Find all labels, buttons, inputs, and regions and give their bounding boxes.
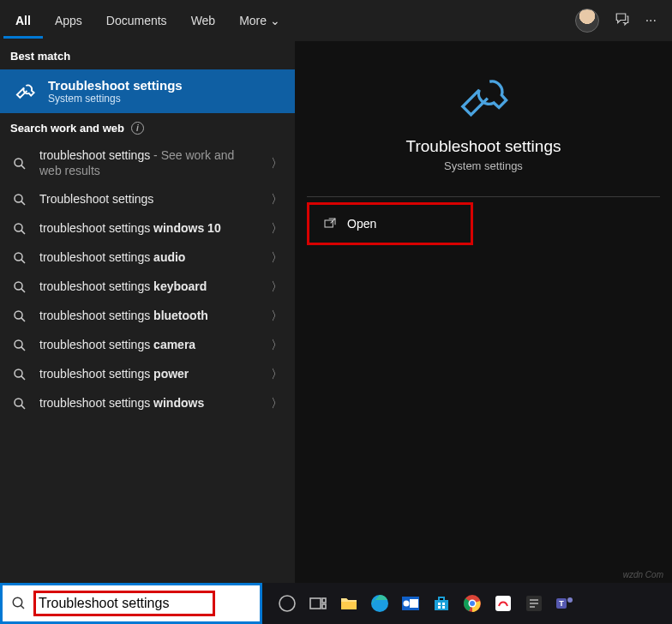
svg-text:T: T <box>559 599 564 608</box>
more-icon[interactable]: ··· <box>645 13 657 28</box>
wrench-icon <box>459 75 508 125</box>
chevron-right-icon: 〉 <box>271 156 283 171</box>
svg-point-6 <box>15 253 22 261</box>
search-input[interactable] <box>39 596 210 611</box>
svg-line-13 <box>21 347 25 351</box>
search-icon <box>12 396 27 411</box>
cortana-icon[interactable] <box>274 591 300 616</box>
chevron-right-icon: 〉 <box>271 221 283 237</box>
search-result[interactable]: troubleshoot settings - See work and web… <box>0 141 295 185</box>
svg-point-36 <box>567 597 573 603</box>
search-result[interactable]: troubleshoot settings windows 10〉 <box>0 214 295 243</box>
svg-point-21 <box>279 596 295 611</box>
svg-line-5 <box>21 231 25 234</box>
svg-point-19 <box>13 597 22 607</box>
svg-line-11 <box>21 318 25 321</box>
search-icon <box>12 338 27 353</box>
chevron-right-icon: 〉 <box>271 338 283 353</box>
chevron-right-icon: 〉 <box>271 309 283 324</box>
watermark: wzdn Com <box>623 570 663 579</box>
search-result[interactable]: troubleshoot settings keyboard〉 <box>0 273 295 302</box>
svg-point-14 <box>15 369 22 377</box>
search-icon <box>12 367 27 382</box>
search-result[interactable]: troubleshoot settings camera〉 <box>0 331 295 360</box>
svg-rect-18 <box>325 220 333 227</box>
svg-point-31 <box>470 601 475 606</box>
svg-line-20 <box>21 605 24 609</box>
edge-icon[interactable] <box>367 591 393 616</box>
info-icon[interactable]: i <box>131 122 144 135</box>
search-icon <box>12 309 27 324</box>
taskbar: T <box>262 583 672 624</box>
search-result[interactable]: troubleshoot settings bluetooth〉 <box>0 302 295 331</box>
app-icon[interactable] <box>490 591 516 616</box>
best-match-header: Best match <box>0 41 295 69</box>
task-view-icon[interactable] <box>305 591 331 616</box>
search-result[interactable]: troubleshoot settings audio〉 <box>0 243 295 273</box>
tab-apps[interactable]: Apps <box>43 3 94 39</box>
svg-line-3 <box>21 201 25 205</box>
search-category-tabs: All Apps Documents Web More ⌄ ··· <box>0 0 672 41</box>
app2-icon[interactable] <box>521 591 547 616</box>
svg-point-10 <box>15 311 22 319</box>
svg-point-28 <box>404 601 410 607</box>
svg-point-8 <box>15 282 22 290</box>
search-icon <box>12 156 27 171</box>
svg-line-9 <box>21 289 25 292</box>
detail-sub: System settings <box>444 159 523 172</box>
svg-rect-27 <box>410 599 418 608</box>
chevron-right-icon: 〉 <box>271 396 283 411</box>
svg-point-16 <box>15 399 22 406</box>
best-match-item[interactable]: Troubleshoot settings System settings <box>0 69 295 113</box>
open-action[interactable]: Open <box>307 202 473 245</box>
tab-more[interactable]: More ⌄ <box>227 3 292 39</box>
chevron-right-icon: 〉 <box>271 192 283 207</box>
search-icon <box>12 192 27 207</box>
best-match-sub: System settings <box>48 93 183 105</box>
work-web-header: Search work and web i <box>0 113 295 141</box>
search-icon <box>12 279 27 295</box>
svg-point-4 <box>15 224 22 231</box>
chevron-right-icon: 〉 <box>271 367 283 382</box>
chevron-right-icon: 〉 <box>271 250 283 266</box>
tab-all[interactable]: All <box>3 3 43 39</box>
search-icon <box>12 250 27 266</box>
chrome-icon[interactable] <box>459 591 485 616</box>
search-bar[interactable] <box>0 583 262 624</box>
svg-line-7 <box>21 260 25 263</box>
svg-point-2 <box>15 195 22 202</box>
svg-point-0 <box>15 159 22 166</box>
search-icon <box>12 221 27 237</box>
teams-icon[interactable]: T <box>552 591 578 616</box>
svg-line-15 <box>21 376 25 380</box>
chevron-right-icon: 〉 <box>271 279 283 295</box>
detail-title: Troubleshoot settings <box>406 137 561 156</box>
best-match-title: Troubleshoot settings <box>48 78 183 93</box>
svg-line-1 <box>21 165 25 168</box>
search-result[interactable]: troubleshoot settings power〉 <box>0 360 295 389</box>
svg-point-12 <box>15 340 22 348</box>
feedback-icon[interactable] <box>615 11 630 30</box>
avatar[interactable] <box>575 9 599 33</box>
results-panel: Best match Troubleshoot settings System … <box>0 41 295 583</box>
store-icon[interactable] <box>429 591 454 616</box>
svg-rect-32 <box>495 596 511 611</box>
detail-panel: Troubleshoot settings System settings Op… <box>295 41 672 583</box>
open-icon <box>323 217 337 231</box>
tab-web[interactable]: Web <box>179 3 228 39</box>
svg-line-17 <box>21 405 25 409</box>
open-label: Open <box>347 217 376 231</box>
svg-rect-23 <box>322 598 326 603</box>
outlook-icon[interactable] <box>398 591 423 616</box>
search-result[interactable]: troubleshoot settings windows〉 <box>0 389 295 418</box>
divider <box>307 196 660 197</box>
wrench-icon <box>12 80 36 104</box>
svg-rect-24 <box>322 604 326 609</box>
tab-documents[interactable]: Documents <box>94 3 179 39</box>
search-result[interactable]: Troubleshoot settings〉 <box>0 185 295 214</box>
svg-rect-22 <box>310 598 321 609</box>
search-icon <box>11 596 27 611</box>
file-explorer-icon[interactable] <box>336 591 362 616</box>
